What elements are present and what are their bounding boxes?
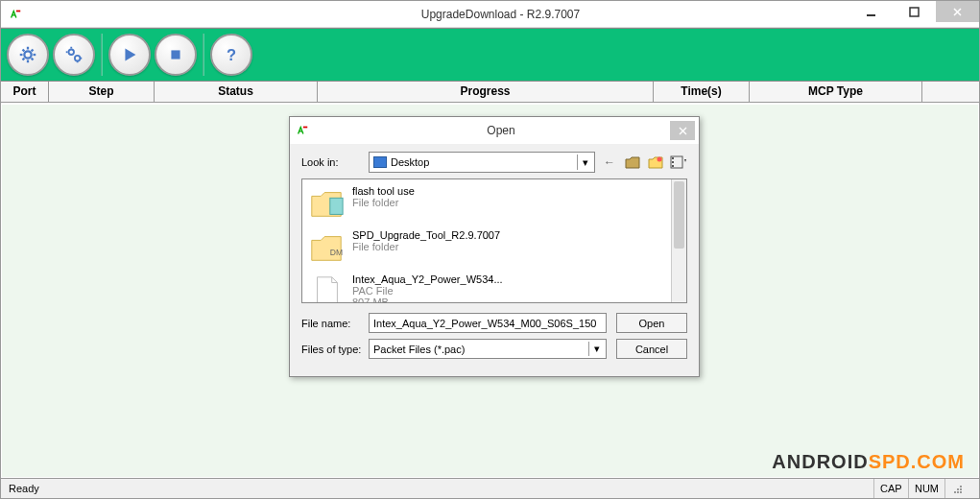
up-folder-button[interactable] [624,154,641,171]
window-title: UpgradeDownload - R2.9.7007 [22,8,979,21]
toolbar-separator [203,34,204,76]
window-maximize-button[interactable] [893,1,936,22]
open-file-dialog: Open Look in: Desktop ▾ ← [289,116,700,377]
svg-rect-23 [960,488,962,490]
svg-point-12 [69,50,75,56]
svg-line-8 [23,50,25,52]
file-icon [308,273,345,303]
file-size: 807 MB [352,297,503,303]
file-name: Intex_Aqua_Y2_Power_W534... [352,273,503,285]
status-cap: CAP [873,479,908,498]
svg-line-9 [32,59,34,60]
folder-icon [308,185,345,222]
svg-line-10 [23,59,25,60]
svg-rect-22 [957,488,959,490]
dialog-close-button[interactable] [670,121,695,140]
svg-text:DM: DM [330,248,343,257]
svg-marker-18 [125,49,135,61]
scrollbar-thumb[interactable] [674,181,684,249]
svg-rect-19 [171,50,179,59]
dialog-title: Open [309,124,693,137]
lookin-dropdown[interactable]: Desktop ▾ [369,152,595,173]
header-status[interactable]: Status [155,82,318,102]
filetype-label: Files of type: [301,344,369,355]
header-mcp[interactable]: MCP Type [750,82,922,102]
watermark-suffix: SPD.COM [869,451,965,472]
double-gear-icon [63,44,84,65]
lookin-label: Look in: [301,156,369,168]
svg-rect-31 [672,161,674,163]
file-name: SPD_Upgrade_Tool_R2.9.7007 [352,229,500,241]
svg-rect-25 [957,491,959,493]
header-times[interactable]: Time(s) [654,82,750,102]
desktop-icon [373,156,387,168]
svg-rect-2 [910,8,919,16]
play-icon [119,44,140,65]
file-list-scrollbar[interactable] [671,179,686,302]
status-bar: Ready CAP NUM [1,478,979,498]
help-button[interactable]: ? [210,34,252,76]
new-folder-button[interactable] [647,154,664,171]
lookin-value: Desktop [391,156,429,168]
file-type: PAC File [352,285,503,297]
watermark-prefix: ANDROID [772,451,868,472]
window-close-button[interactable] [936,1,979,22]
dialog-icon [296,124,309,137]
back-button[interactable]: ← [601,154,618,171]
open-button[interactable]: Open [616,313,687,333]
dialog-titlebar: Open [290,117,699,144]
filename-input[interactable] [369,313,607,333]
filename-label: File name: [301,318,369,329]
view-menu-button[interactable] [670,154,687,171]
file-item-folder[interactable]: flash tool use File folder [306,181,682,226]
svg-rect-27 [303,127,307,129]
file-list[interactable]: flash tool use File folder DM SPD_Upgrad… [301,178,687,303]
filetype-dropdown[interactable]: Packet Files (*.pac) ▾ [369,339,607,359]
settings-button[interactable] [7,34,49,76]
watermark: ANDROIDSPD.COM [772,451,965,473]
folder-icon: DM [308,229,345,266]
gear-icon [17,44,38,65]
chevron-down-icon: ▾ [577,154,592,170]
file-type: File folder [352,241,500,252]
chevron-down-icon: ▾ [588,342,604,356]
svg-line-11 [32,50,34,52]
svg-rect-33 [330,198,343,214]
column-headers: Port Step Status Progress Time(s) MCP Ty… [1,82,979,103]
header-spacer [922,82,979,102]
svg-rect-26 [960,491,962,493]
header-progress[interactable]: Progress [318,82,654,102]
file-name: flash tool use [352,185,415,197]
file-type: File folder [352,197,415,208]
svg-rect-32 [672,165,674,167]
svg-point-13 [75,56,81,60]
svg-rect-0 [16,10,20,12]
resize-grip[interactable] [944,479,979,498]
header-step[interactable]: Step [49,82,155,102]
status-num: NUM [908,479,944,498]
svg-rect-21 [960,486,962,487]
stop-icon [165,44,186,65]
main-toolbar: ? [1,28,979,82]
stop-button[interactable] [155,34,197,76]
header-port[interactable]: Port [1,82,49,102]
svg-rect-1 [867,14,875,16]
window-minimize-button[interactable] [849,1,893,22]
multi-settings-button[interactable] [53,34,95,76]
svg-rect-24 [954,491,956,493]
file-item-folder[interactable]: DM SPD_Upgrade_Tool_R2.9.7007 File folde… [306,226,682,270]
status-ready: Ready [1,483,873,494]
file-item-pac[interactable]: Intex_Aqua_Y2_Power_W534... PAC File 807… [306,270,682,303]
svg-text:?: ? [227,46,236,63]
app-icon [9,8,22,21]
toolbar-separator [101,34,103,76]
svg-point-28 [657,157,662,162]
svg-point-3 [24,51,31,58]
start-button[interactable] [108,34,151,76]
cancel-button[interactable]: Cancel [616,339,687,359]
help-icon: ? [221,44,242,65]
filetype-value: Packet Files (*.pac) [373,344,465,355]
svg-rect-30 [672,157,674,159]
window-titlebar: UpgradeDownload - R2.9.7007 [1,1,979,28]
